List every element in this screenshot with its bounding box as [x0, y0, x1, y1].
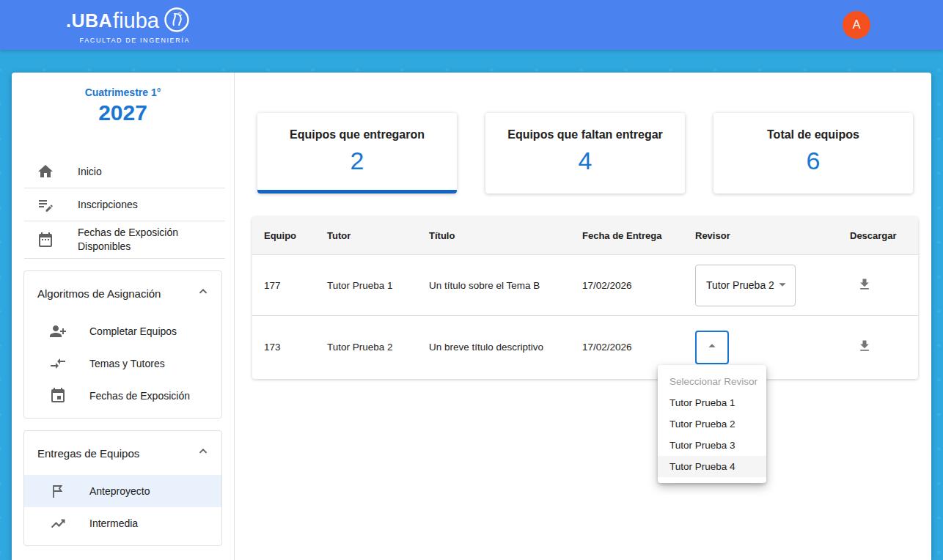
- person-add-icon: [49, 323, 67, 340]
- cell-titulo: Un breve título descriptivo: [417, 316, 570, 379]
- logo-subtitle: FACULTAD DE INGENIERÍA: [66, 37, 190, 44]
- sidebar-item-label: Inicio: [78, 165, 102, 179]
- sidebar-item-label: Completar Equipos: [89, 325, 177, 337]
- section-algoritmos-header[interactable]: Algoritmos de Asignación: [24, 271, 221, 315]
- menu-item-placeholder[interactable]: Seleccionar Revisor: [658, 371, 766, 392]
- menu-item-tutor-4[interactable]: Tutor Prueba 4: [658, 456, 766, 477]
- stat-label: Equipos que entregaron: [257, 128, 457, 141]
- cell-equipo: 177: [252, 255, 315, 316]
- chevron-up-icon: [195, 443, 211, 463]
- cell-titulo: Un título sobre el Tema B: [417, 255, 570, 316]
- table-header-row: Equipo Tutor Título Fecha de Entrega Rev…: [252, 217, 918, 255]
- cell-equipo: 173: [252, 316, 315, 379]
- cell-tutor: Tutor Prueba 2: [315, 316, 417, 379]
- sidebar-item-label: Temas y Tutores: [89, 358, 165, 369]
- sidebar-item-temas-tutores[interactable]: Temas y Tutores: [24, 347, 221, 380]
- revisor-select-value: Tutor Prueba 2: [706, 279, 774, 291]
- section-title: Algoritmos de Asignación: [37, 287, 161, 300]
- download-icon: [857, 339, 872, 355]
- calendar-icon: [37, 231, 54, 248]
- arrow-drop-down-icon: [774, 276, 790, 295]
- column-header-titulo: Título: [417, 217, 570, 255]
- section-entregas: Entregas de Equipos Anteproyecto Interme…: [23, 430, 222, 546]
- entregas-table: Equipo Tutor Título Fecha de Entrega Rev…: [252, 217, 918, 379]
- uba-emblem-icon: [164, 7, 190, 35]
- sidebar-item-label: Anteproyecto: [89, 485, 150, 497]
- main-content: Equipos que entregaron 2 Equipos que fal…: [235, 73, 931, 560]
- download-icon: [857, 277, 872, 294]
- column-header-equipo: Equipo: [252, 217, 315, 255]
- menu-item-tutor-1[interactable]: Tutor Prueba 1: [658, 392, 766, 413]
- section-entregas-header[interactable]: Entregas de Equipos: [24, 431, 221, 475]
- section-algoritmos: Algoritmos de Asignación Completar Equip…: [23, 270, 222, 419]
- table-row: 177 Tutor Prueba 1 Un título sobre el Te…: [252, 255, 918, 316]
- compare-arrows-icon: [49, 355, 67, 372]
- download-button[interactable]: [854, 274, 875, 297]
- user-avatar[interactable]: A: [843, 11, 870, 39]
- trending-icon: [49, 515, 67, 532]
- revisor-select-open[interactable]: [695, 331, 729, 364]
- sidebar-item-inicio[interactable]: Inicio: [12, 155, 234, 188]
- stat-card-faltan[interactable]: Equipos que faltan entregar 4: [485, 113, 685, 194]
- stat-card-total[interactable]: Total de equipos 6: [713, 113, 913, 194]
- sidebar-item-completar-equipos[interactable]: Completar Equipos: [24, 315, 221, 347]
- sidebar-item-fechas-exposicion[interactable]: Fechas de Exposición: [24, 380, 221, 412]
- sidebar-item-label: Intermedia: [89, 517, 138, 529]
- stat-label: Equipos que faltan entregar: [485, 128, 685, 141]
- column-header-descargar: Descargar: [838, 217, 918, 255]
- sidebar-item-label: Fechas de Exposición: [89, 390, 190, 402]
- table-row: 173 Tutor Prueba 2 Un breve título descr…: [252, 316, 918, 379]
- home-icon: [37, 163, 54, 180]
- divider: [24, 258, 225, 259]
- sidebar-item-inscripciones[interactable]: Inscripciones: [12, 188, 234, 221]
- flag-icon: [49, 482, 67, 500]
- menu-item-tutor-2[interactable]: Tutor Prueba 2: [658, 413, 766, 435]
- avatar-letter: A: [853, 18, 861, 32]
- year-label: 2027: [12, 100, 234, 125]
- arrow-drop-up-icon: [704, 338, 720, 356]
- stat-value: 4: [485, 147, 685, 175]
- stat-label: Total de equipos: [713, 128, 913, 141]
- menu-item-tutor-3[interactable]: Tutor Prueba 3: [658, 435, 766, 456]
- section-title: Entregas de Equipos: [37, 447, 139, 460]
- sidebar-item-fechas-disponibles[interactable]: Fechas de Exposición Disponibles: [12, 221, 234, 258]
- chevron-up-icon: [195, 284, 211, 303]
- column-header-tutor: Tutor: [315, 217, 417, 255]
- stats-row: Equipos que entregaron 2 Equipos que fal…: [257, 113, 913, 194]
- logo-fiuba-text: fiuba: [113, 10, 159, 32]
- sidebar-item-label: Fechas de Exposición Disponibles: [78, 226, 202, 254]
- sidebar: Cuatrimestre 1° 2027 Inicio Inscripcione…: [12, 73, 235, 560]
- column-header-fecha: Fecha de Entrega: [570, 217, 683, 255]
- sidebar-item-label: Inscripciones: [78, 198, 138, 212]
- sidebar-item-intermedia[interactable]: Intermedia: [24, 507, 221, 539]
- term-label: Cuatrimestre 1°: [12, 86, 234, 98]
- cell-tutor: Tutor Prueba 1: [315, 255, 417, 316]
- revisor-select[interactable]: Tutor Prueba 2: [695, 265, 796, 306]
- edit-list-icon: [37, 196, 54, 213]
- stat-value: 2: [257, 147, 457, 175]
- sidebar-nav: Inicio Inscripciones Fechas de Exposició…: [12, 155, 234, 259]
- fiuba-logo[interactable]: .UBA fiuba FACULTAD DE INGENIERÍA: [66, 7, 190, 44]
- stat-value: 6: [713, 147, 913, 175]
- column-header-revisor: Revisor: [683, 217, 838, 255]
- cell-fecha: 17/02/2026: [570, 255, 683, 316]
- revisor-dropdown-menu: Seleccionar Revisor Tutor Prueba 1 Tutor…: [658, 365, 766, 483]
- main-panel: Cuatrimestre 1° 2027 Inicio Inscripcione…: [12, 73, 931, 560]
- stat-card-entregaron[interactable]: Equipos que entregaron 2: [257, 113, 457, 194]
- app-header: .UBA fiuba FACULTAD DE INGENIERÍA A: [0, 0, 943, 50]
- event-icon: [49, 387, 67, 405]
- download-button[interactable]: [854, 336, 875, 358]
- sidebar-item-anteproyecto[interactable]: Anteproyecto: [24, 475, 221, 507]
- logo-uba-text: .UBA: [66, 12, 112, 30]
